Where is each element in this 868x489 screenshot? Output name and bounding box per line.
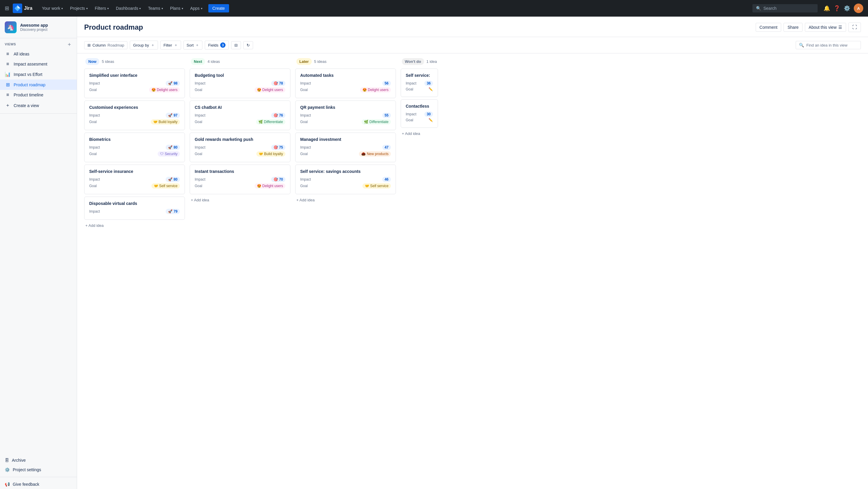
sidebar-item-impact-assessment[interactable]: ≡ Impact assesment xyxy=(0,59,77,69)
chevron-down-icon: ▾ xyxy=(107,7,109,10)
create-button[interactable]: Create xyxy=(208,4,229,12)
card-impact-field: Impact🚀 80 xyxy=(89,145,180,150)
global-search[interactable]: 🔍 xyxy=(752,4,817,12)
card-title: Self service: savings accounts xyxy=(300,169,391,174)
impact-value: 🚀 97 xyxy=(166,113,180,118)
project-type: Discovery project xyxy=(20,28,48,32)
chevron-down-icon: ▾ xyxy=(182,7,183,10)
table-row[interactable]: QR payment linksImpact55Goal🌿 Differenti… xyxy=(295,100,396,130)
add-view-icon[interactable]: ＋ xyxy=(67,40,72,48)
card-impact-field: Impact55 xyxy=(300,113,391,118)
impact-value: 🎯 70 xyxy=(271,177,285,182)
search-input[interactable] xyxy=(764,6,814,11)
add-idea-button-now[interactable]: + Add idea xyxy=(84,221,185,230)
goal-tag: 🌿 Differentiate xyxy=(362,119,391,124)
help-icon[interactable]: ❓ xyxy=(834,5,840,11)
archive-label: Archive xyxy=(12,458,26,463)
sidebar-item-feedback[interactable]: 📢 Give feedback xyxy=(0,480,77,489)
impact-label: Impact xyxy=(406,112,416,116)
list-icon: ≡ xyxy=(5,51,11,57)
page-title: Product roadmap xyxy=(84,23,143,31)
impact-value: 🎯 76 xyxy=(271,113,285,118)
table-row[interactable]: Self service:Impact36Goal✏️ xyxy=(401,68,438,97)
about-button[interactable]: About this view ☰ xyxy=(805,23,846,32)
refresh-button[interactable]: ↻ xyxy=(243,41,253,49)
card-goal-field: Goal😍 Delight users xyxy=(195,87,285,92)
fields-label: Fields xyxy=(208,43,218,48)
nav-filters[interactable]: Filters ▾ xyxy=(92,5,111,12)
notifications-icon[interactable]: 🔔 xyxy=(824,5,830,11)
main-content: Product roadmap Comment Share About this… xyxy=(77,17,868,489)
expand-button[interactable]: ⛶ xyxy=(848,23,861,32)
nav-teams[interactable]: Teams ▾ xyxy=(146,5,165,12)
table-row[interactable]: Instant transactionsImpact🎯 70Goal😍 Deli… xyxy=(190,165,290,194)
share-button[interactable]: Share xyxy=(783,23,802,32)
sidebar-item-impact-vs-effort[interactable]: 📊 Impact vs Effort xyxy=(0,69,77,80)
table-row[interactable]: Gold rewards marketing pushImpact🎯 75Goa… xyxy=(190,133,290,162)
chevron-down-icon: ▾ xyxy=(161,7,163,10)
goal-label: Goal xyxy=(195,88,202,92)
sidebar-item-all-ideas[interactable]: ≡ All ideas xyxy=(0,49,77,59)
table-row[interactable]: Customised experiencesImpact🚀 97Goal🤝 Bu… xyxy=(84,100,185,130)
table-row[interactable]: Automated tasksImpact56Goal😍 Delight use… xyxy=(295,68,396,98)
card-title: QR payment links xyxy=(300,105,391,110)
groupby-button[interactable]: Group by ＋ xyxy=(130,40,158,50)
chart-icon: 📊 xyxy=(5,71,11,77)
view-options-button[interactable]: ⊟ xyxy=(231,41,241,49)
goal-value: 🤝 Self service xyxy=(363,183,391,189)
goal-value: 🤝 Build loyalty xyxy=(256,151,285,156)
table-row[interactable]: Self-service insuranceImpact🚀 80Goal🤝 Se… xyxy=(84,165,185,194)
table-row[interactable]: Budgeting toolImpact🎯 78Goal😍 Delight us… xyxy=(190,68,290,98)
table-row[interactable]: Self service: savings accountsImpact46Go… xyxy=(295,165,396,194)
table-row[interactable]: CS chatbot AIImpact🎯 76Goal🌿 Differentia… xyxy=(190,100,290,130)
board-search-input[interactable] xyxy=(806,43,858,48)
groupby-label: Group by xyxy=(133,43,149,48)
jira-logo[interactable]: Jira xyxy=(13,4,32,13)
card-impact-field: Impact47 xyxy=(300,145,391,150)
plus-icon: ＋ xyxy=(5,102,11,109)
sidebar-item-product-roadmap[interactable]: ⊞ Product roadmap xyxy=(0,80,77,90)
nav-dashboards[interactable]: Dashboards ▾ xyxy=(114,5,144,12)
card-title: Simplified user interface xyxy=(89,73,180,78)
add-idea-button-later[interactable]: + Add idea xyxy=(295,195,396,205)
user-avatar[interactable]: A xyxy=(854,4,863,13)
sidebar-divider xyxy=(0,113,77,114)
column-header-later: Later5 ideas xyxy=(295,58,396,65)
nav-your-work[interactable]: Your work ▾ xyxy=(39,5,65,12)
table-row[interactable]: Simplified user interfaceImpact🚀 98Goal😍… xyxy=(84,68,185,98)
add-idea-button-wontdo[interactable]: + Add idea xyxy=(401,129,438,138)
settings-icon[interactable]: ⚙️ xyxy=(844,5,850,11)
filter-button[interactable]: Filter ＋ xyxy=(160,40,181,50)
impact-label: Impact xyxy=(300,145,311,149)
column-count-now: 5 ideas xyxy=(102,59,114,64)
goal-label: Goal xyxy=(89,184,97,188)
column-header-next: Next4 ideas xyxy=(190,58,290,65)
nav-apps[interactable]: Apps ▾ xyxy=(188,5,205,12)
column-button[interactable]: ⊞ Column Roadmap xyxy=(84,41,127,49)
table-row[interactable]: BiometricsImpact🚀 80Goal🛡 Security xyxy=(84,133,185,162)
board-search[interactable]: 🔍 xyxy=(796,41,861,49)
sort-button[interactable]: Sort ＋ xyxy=(183,40,203,50)
comment-button[interactable]: Comment xyxy=(756,23,781,32)
sidebar-item-project-settings[interactable]: ⚙️ Project settings xyxy=(0,465,77,474)
roadmap-label: Roadmap xyxy=(107,43,124,48)
sidebar-item-archive[interactable]: 🗄 Archive xyxy=(0,456,77,465)
sidebar-item-create-view[interactable]: ＋ Create a view xyxy=(0,100,77,111)
table-row[interactable]: Managed investmentImpact47Goal🌰 New prod… xyxy=(295,133,396,162)
add-idea-button-next[interactable]: + Add idea xyxy=(190,195,290,205)
search-icon: 🔍 xyxy=(799,43,804,48)
sidebar-divider-2 xyxy=(0,477,77,477)
card-title: Customised experiences xyxy=(89,105,180,110)
impact-badge: 🚀 80 xyxy=(166,145,180,150)
fields-button[interactable]: Fields 3 xyxy=(205,40,229,50)
table-row[interactable]: ContactlessImpact30Goal✏️ xyxy=(401,99,438,128)
card-goal-field: Goal😍 Delight users xyxy=(195,183,285,189)
cards-later: Automated tasksImpact56Goal😍 Delight use… xyxy=(295,68,396,194)
nav-plans[interactable]: Plans ▾ xyxy=(168,5,186,12)
sidebar-item-product-timeline[interactable]: ≡ Product timeline xyxy=(0,90,77,100)
grid-icon[interactable]: ⊞ xyxy=(5,5,9,11)
goal-value: ✏️ xyxy=(429,118,433,122)
sidebar-item-label: Create a view xyxy=(13,103,39,108)
table-row[interactable]: Disposable virtual cardsImpact🚀 79 xyxy=(84,197,185,220)
nav-projects[interactable]: Projects ▾ xyxy=(68,5,90,12)
